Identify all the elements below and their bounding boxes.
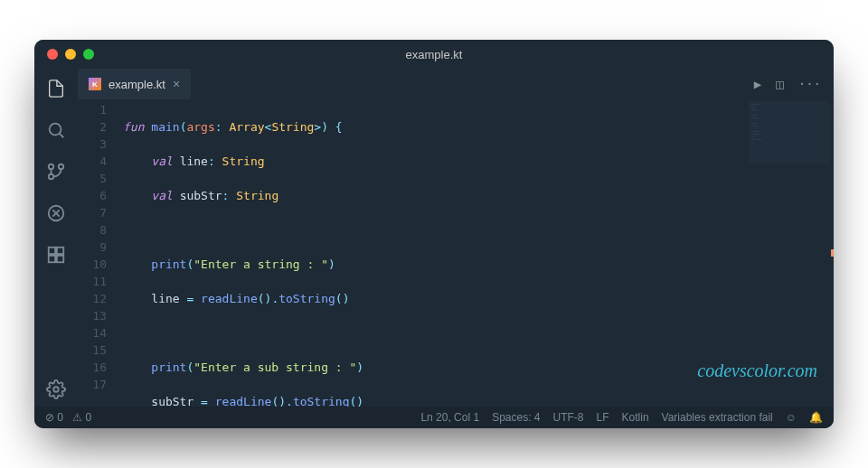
- eol[interactable]: LF: [597, 411, 609, 424]
- svg-point-10: [53, 387, 59, 392]
- scroll-marker: [831, 249, 834, 257]
- explorer-icon[interactable]: [45, 78, 67, 99]
- svg-rect-6: [49, 248, 55, 254]
- source-control-icon[interactable]: [45, 161, 67, 183]
- editor-body: K example.kt × ▶ ◫ ··· 1 2 3 4 5 6: [34, 69, 834, 407]
- debug-icon[interactable]: [45, 202, 67, 224]
- editor-actions: ▶ ◫ ···: [754, 77, 834, 91]
- notifications-icon[interactable]: 🔔: [809, 411, 823, 424]
- minimap[interactable]: ▬▬▬▬▬▬▬▬ ▬▬▬ ▬▬▬▬ ▬▬▬▬▬ ▬▬▬▬▬▬ ▬▬▬▬▬ ▬▬▬…: [749, 101, 830, 164]
- status-message[interactable]: Variables extraction fail: [662, 411, 773, 424]
- window-title: example.kt: [406, 48, 463, 61]
- encoding[interactable]: UTF-8: [553, 411, 584, 424]
- tab-example-kt[interactable]: K example.kt ×: [78, 69, 191, 99]
- close-window-button[interactable]: [47, 49, 58, 60]
- traffic-lights: [34, 49, 94, 60]
- search-icon[interactable]: [45, 119, 67, 141]
- errors-count[interactable]: ⊘ 0: [45, 411, 63, 424]
- warnings-count[interactable]: ⚠ 0: [72, 411, 91, 424]
- minimize-window-button[interactable]: [65, 49, 76, 60]
- svg-point-0: [50, 124, 61, 136]
- activity-bar: [34, 69, 78, 407]
- svg-rect-7: [57, 248, 63, 254]
- tab-bar: K example.kt × ▶ ◫ ···: [78, 69, 834, 99]
- more-actions-icon[interactable]: ···: [798, 77, 821, 91]
- titlebar: example.kt: [34, 40, 834, 69]
- svg-point-2: [59, 164, 64, 170]
- watermark-text: codevscolor.com: [697, 360, 817, 381]
- indentation[interactable]: Spaces: 4: [492, 411, 540, 424]
- status-bar: ⊘ 0 ⚠ 0 Ln 20, Col 1 Spaces: 4 UTF-8 LF …: [34, 407, 834, 428]
- svg-rect-8: [49, 256, 55, 262]
- settings-icon[interactable]: [45, 385, 67, 407]
- svg-line-1: [60, 134, 64, 138]
- editor-window: example.kt K: [34, 40, 834, 428]
- maximize-window-button[interactable]: [83, 49, 94, 60]
- run-icon[interactable]: ▶: [754, 77, 761, 91]
- split-editor-icon[interactable]: ◫: [776, 77, 783, 91]
- language-mode[interactable]: Kotlin: [622, 411, 649, 424]
- tab-label: example.kt: [108, 78, 165, 91]
- kotlin-file-icon: K: [89, 78, 101, 90]
- svg-rect-9: [57, 256, 63, 262]
- feedback-icon[interactable]: ☺: [786, 411, 797, 424]
- extensions-icon[interactable]: [45, 244, 67, 266]
- cursor-position[interactable]: Ln 20, Col 1: [420, 411, 479, 424]
- close-tab-icon[interactable]: ×: [173, 77, 180, 91]
- svg-point-3: [49, 174, 54, 180]
- line-number-gutter: 1 2 3 4 5 6 7 8 9 10 11 12 13 14 15 16 1: [78, 99, 123, 407]
- svg-point-4: [49, 164, 54, 170]
- editor-area: K example.kt × ▶ ◫ ··· 1 2 3 4 5 6: [78, 69, 834, 407]
